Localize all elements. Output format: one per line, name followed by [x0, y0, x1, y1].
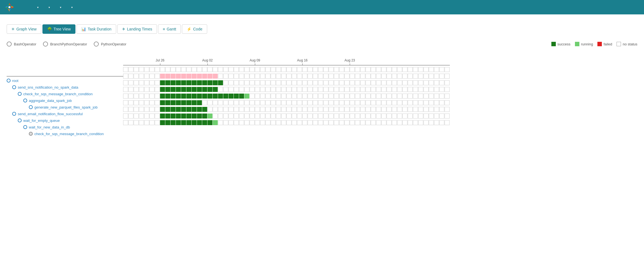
grid-cell[interactable]	[329, 74, 334, 79]
grid-cell[interactable]	[123, 74, 128, 79]
grid-cell[interactable]	[144, 114, 149, 119]
grid-cell[interactable]	[223, 94, 228, 99]
grid-cell[interactable]	[355, 120, 360, 125]
grid-cell[interactable]	[308, 120, 313, 125]
grid-cell[interactable]	[292, 120, 297, 125]
grid-cell[interactable]	[418, 87, 423, 92]
grid-cell[interactable]	[155, 80, 160, 85]
grid-cell[interactable]	[360, 107, 365, 112]
grid-cell[interactable]	[366, 67, 371, 72]
grid-cell[interactable]	[402, 74, 407, 79]
grid-cell[interactable]	[387, 87, 392, 92]
grid-cell[interactable]	[413, 74, 418, 79]
grid-cell[interactable]	[429, 107, 434, 112]
grid-cell[interactable]	[376, 94, 381, 99]
grid-cell[interactable]	[371, 114, 376, 119]
grid-cell[interactable]	[292, 80, 297, 85]
grid-cell[interactable]	[202, 120, 207, 125]
grid-cell[interactable]	[439, 107, 444, 112]
grid-cell[interactable]	[371, 74, 376, 79]
task-node[interactable]: send_sns_notification_no_spark_data	[12, 85, 78, 89]
grid-cell[interactable]	[318, 80, 323, 85]
grid-cell[interactable]	[366, 120, 371, 125]
grid-cell[interactable]	[176, 94, 181, 99]
grid-cell[interactable]	[165, 120, 170, 125]
grid-cell[interactable]	[344, 114, 349, 119]
grid-cell[interactable]	[297, 67, 302, 72]
grid-cell[interactable]	[387, 74, 392, 79]
grid-cell[interactable]	[445, 120, 450, 125]
grid-cell[interactable]	[376, 87, 381, 92]
grid-cell[interactable]	[207, 80, 212, 85]
grid-cell[interactable]	[265, 80, 270, 85]
grid-cell[interactable]	[186, 120, 191, 125]
grid-cell[interactable]	[308, 94, 313, 99]
grid-cell[interactable]	[160, 87, 165, 92]
grid-cell[interactable]	[229, 87, 234, 92]
grid-cell[interactable]	[213, 107, 218, 112]
grid-cell[interactable]	[250, 114, 255, 119]
grid-cell[interactable]	[387, 100, 392, 105]
grid-cell[interactable]	[265, 114, 270, 119]
grid-cell[interactable]	[445, 87, 450, 92]
grid-cell[interactable]	[229, 67, 234, 72]
grid-cell[interactable]	[424, 107, 429, 112]
grid-cell[interactable]	[192, 74, 197, 79]
grid-cell[interactable]	[265, 94, 270, 99]
grid-cell[interactable]	[302, 100, 307, 105]
grid-cell[interactable]	[439, 74, 444, 79]
grid-cell[interactable]	[387, 94, 392, 99]
grid-cell[interactable]	[144, 80, 149, 85]
grid-cell[interactable]	[429, 94, 434, 99]
grid-cell[interactable]	[218, 67, 223, 72]
grid-cell[interactable]	[192, 100, 197, 105]
grid-cell[interactable]	[344, 94, 349, 99]
grid-cell[interactable]	[181, 120, 186, 125]
grid-cell[interactable]	[276, 114, 281, 119]
grid-cell[interactable]	[149, 120, 154, 125]
grid-cell[interactable]	[366, 100, 371, 105]
grid-cell[interactable]	[297, 107, 302, 112]
grid-cell[interactable]	[429, 120, 434, 125]
grid-cell[interactable]	[381, 67, 386, 72]
grid-cell[interactable]	[418, 94, 423, 99]
grid-cell[interactable]	[139, 114, 144, 119]
grid-cell[interactable]	[445, 114, 450, 119]
grid-cell[interactable]	[434, 87, 439, 92]
grid-cell[interactable]	[360, 94, 365, 99]
grid-cell[interactable]	[286, 107, 291, 112]
grid-cell[interactable]	[392, 67, 397, 72]
grid-cell[interactable]	[244, 67, 249, 72]
grid-cell[interactable]	[429, 80, 434, 85]
grid-cell[interactable]	[445, 107, 450, 112]
grid-cell[interactable]	[318, 120, 323, 125]
grid-cell[interactable]	[281, 100, 286, 105]
grid-cell[interactable]	[376, 100, 381, 105]
grid-cell[interactable]	[344, 100, 349, 105]
grid-cell[interactable]	[213, 87, 218, 92]
nav-docs[interactable]: ▾	[66, 4, 77, 11]
grid-cell[interactable]	[202, 100, 207, 105]
grid-cell[interactable]	[424, 67, 429, 72]
grid-cell[interactable]	[244, 100, 249, 105]
grid-cell[interactable]	[339, 74, 344, 79]
grid-cell[interactable]	[265, 107, 270, 112]
grid-cell[interactable]	[123, 67, 128, 72]
grid-cell[interactable]	[329, 80, 334, 85]
nav-dags[interactable]	[23, 5, 31, 9]
grid-cell[interactable]	[308, 114, 313, 119]
grid-cell[interactable]	[281, 87, 286, 92]
grid-cell[interactable]	[392, 94, 397, 99]
grid-cell[interactable]	[271, 100, 276, 105]
grid-cell[interactable]	[350, 100, 355, 105]
grid-cell[interactable]	[176, 100, 181, 105]
grid-cell[interactable]	[434, 80, 439, 85]
grid-cell[interactable]	[160, 80, 165, 85]
grid-cell[interactable]	[313, 67, 318, 72]
task-row[interactable]: check_for_sqs_message_branch_condition	[7, 131, 123, 137]
grid-cell[interactable]	[439, 80, 444, 85]
grid-cell[interactable]	[223, 114, 228, 119]
grid-cell[interactable]	[213, 114, 218, 119]
grid-cell[interactable]	[329, 114, 334, 119]
grid-cell[interactable]	[218, 80, 223, 85]
